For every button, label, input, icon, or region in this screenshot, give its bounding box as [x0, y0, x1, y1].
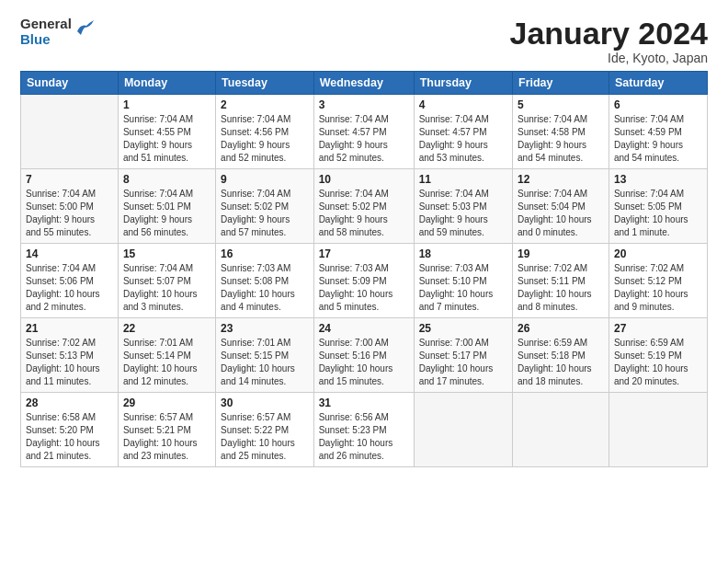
calendar-cell: 19Sunrise: 7:02 AM Sunset: 5:11 PM Dayli… [513, 244, 609, 318]
day-number: 3 [319, 98, 409, 111]
calendar-cell: 24Sunrise: 7:00 AM Sunset: 5:16 PM Dayli… [313, 318, 414, 393]
weekday-header-wednesday: Wednesday [313, 72, 414, 95]
day-number: 22 [123, 322, 210, 335]
weekday-header-saturday: Saturday [609, 72, 707, 95]
calendar-cell: 17Sunrise: 7:03 AM Sunset: 5:09 PM Dayli… [313, 244, 414, 318]
day-info: Sunrise: 7:01 AM Sunset: 5:14 PM Dayligh… [123, 337, 210, 388]
day-info: Sunrise: 7:02 AM Sunset: 5:13 PM Dayligh… [26, 337, 113, 388]
day-info: Sunrise: 6:59 AM Sunset: 5:18 PM Dayligh… [518, 337, 604, 388]
calendar-cell: 23Sunrise: 7:01 AM Sunset: 5:15 PM Dayli… [216, 318, 314, 393]
calendar-cell: 7Sunrise: 7:04 AM Sunset: 5:00 PM Daylig… [21, 169, 119, 244]
day-number: 17 [319, 247, 409, 260]
calendar-table: SundayMondayTuesdayWednesdayThursdayFrid… [20, 71, 708, 467]
day-number: 28 [26, 396, 113, 409]
day-info: Sunrise: 7:00 AM Sunset: 5:17 PM Dayligh… [419, 337, 507, 388]
day-number: 30 [221, 396, 309, 409]
day-info: Sunrise: 6:57 AM Sunset: 5:21 PM Dayligh… [123, 411, 210, 463]
calendar-cell: 21Sunrise: 7:02 AM Sunset: 5:13 PM Dayli… [21, 318, 119, 393]
day-number: 9 [221, 173, 309, 186]
day-number: 10 [319, 173, 409, 186]
calendar-cell: 4Sunrise: 7:04 AM Sunset: 4:57 PM Daylig… [414, 95, 512, 169]
day-number: 25 [419, 322, 507, 335]
calendar-cell: 26Sunrise: 6:59 AM Sunset: 5:18 PM Dayli… [513, 318, 609, 393]
calendar-cell: 1Sunrise: 7:04 AM Sunset: 4:55 PM Daylig… [118, 95, 215, 169]
day-number: 15 [123, 247, 210, 260]
calendar-cell: 5Sunrise: 7:04 AM Sunset: 4:58 PM Daylig… [513, 95, 609, 169]
day-number: 31 [319, 396, 409, 409]
day-info: Sunrise: 7:04 AM Sunset: 5:00 PM Dayligh… [26, 188, 113, 239]
day-number: 27 [614, 322, 702, 335]
calendar-cell: 8Sunrise: 7:04 AM Sunset: 5:01 PM Daylig… [118, 169, 215, 244]
day-info: Sunrise: 6:56 AM Sunset: 5:23 PM Dayligh… [319, 411, 409, 463]
day-info: Sunrise: 7:04 AM Sunset: 5:02 PM Dayligh… [319, 188, 409, 239]
calendar-cell: 3Sunrise: 7:04 AM Sunset: 4:57 PM Daylig… [313, 95, 414, 169]
day-number: 19 [518, 247, 604, 260]
calendar-cell: 30Sunrise: 6:57 AM Sunset: 5:22 PM Dayli… [216, 393, 314, 467]
calendar-week-row: 7Sunrise: 7:04 AM Sunset: 5:00 PM Daylig… [21, 169, 708, 244]
day-info: Sunrise: 6:59 AM Sunset: 5:19 PM Dayligh… [614, 337, 702, 388]
calendar-cell: 22Sunrise: 7:01 AM Sunset: 5:14 PM Dayli… [118, 318, 215, 393]
day-number: 6 [614, 98, 702, 111]
calendar-week-row: 21Sunrise: 7:02 AM Sunset: 5:13 PM Dayli… [21, 318, 708, 393]
day-info: Sunrise: 7:03 AM Sunset: 5:10 PM Dayligh… [419, 262, 507, 314]
calendar-cell: 28Sunrise: 6:58 AM Sunset: 5:20 PM Dayli… [21, 393, 119, 467]
day-number: 11 [419, 173, 507, 186]
day-info: Sunrise: 7:04 AM Sunset: 5:04 PM Dayligh… [518, 188, 604, 239]
month-title: January 2024 [510, 17, 709, 51]
day-info: Sunrise: 7:02 AM Sunset: 5:12 PM Dayligh… [614, 262, 702, 314]
calendar-week-row: 14Sunrise: 7:04 AM Sunset: 5:06 PM Dayli… [21, 244, 708, 318]
calendar-week-row: 28Sunrise: 6:58 AM Sunset: 5:20 PM Dayli… [21, 393, 708, 467]
logo-bird-icon [74, 18, 94, 39]
day-info: Sunrise: 7:03 AM Sunset: 5:08 PM Dayligh… [221, 262, 309, 314]
calendar-cell: 27Sunrise: 6:59 AM Sunset: 5:19 PM Dayli… [609, 318, 707, 393]
day-info: Sunrise: 7:04 AM Sunset: 4:57 PM Dayligh… [419, 113, 507, 165]
weekday-header-tuesday: Tuesday [216, 72, 314, 95]
calendar-cell: 29Sunrise: 6:57 AM Sunset: 5:21 PM Dayli… [118, 393, 215, 467]
calendar-cell [414, 393, 512, 467]
page: General Blue January 2024 Ide, Kyoto, Ja… [0, 0, 728, 563]
calendar-cell: 14Sunrise: 7:04 AM Sunset: 5:06 PM Dayli… [21, 244, 119, 318]
calendar-cell: 15Sunrise: 7:04 AM Sunset: 5:07 PM Dayli… [118, 244, 215, 318]
weekday-header-friday: Friday [513, 72, 609, 95]
calendar-cell: 2Sunrise: 7:04 AM Sunset: 4:56 PM Daylig… [216, 95, 314, 169]
day-number: 12 [518, 173, 604, 186]
calendar-cell: 25Sunrise: 7:00 AM Sunset: 5:17 PM Dayli… [414, 318, 512, 393]
subtitle: Ide, Kyoto, Japan [510, 51, 709, 65]
day-info: Sunrise: 7:04 AM Sunset: 5:03 PM Dayligh… [419, 188, 507, 239]
weekday-header-row: SundayMondayTuesdayWednesdayThursdayFrid… [21, 72, 708, 95]
day-number: 13 [614, 173, 702, 186]
day-info: Sunrise: 7:01 AM Sunset: 5:15 PM Dayligh… [221, 337, 309, 388]
day-info: Sunrise: 7:04 AM Sunset: 4:55 PM Dayligh… [123, 113, 210, 165]
day-number: 16 [221, 247, 309, 260]
calendar-cell: 18Sunrise: 7:03 AM Sunset: 5:10 PM Dayli… [414, 244, 512, 318]
weekday-header-thursday: Thursday [414, 72, 512, 95]
day-number: 5 [518, 98, 604, 111]
calendar-cell: 31Sunrise: 6:56 AM Sunset: 5:23 PM Dayli… [313, 393, 414, 467]
day-number: 14 [26, 247, 113, 260]
day-number: 20 [614, 247, 702, 260]
day-number: 2 [221, 98, 309, 111]
day-info: Sunrise: 6:58 AM Sunset: 5:20 PM Dayligh… [26, 411, 113, 463]
calendar-cell [513, 393, 609, 467]
calendar-cell: 10Sunrise: 7:04 AM Sunset: 5:02 PM Dayli… [313, 169, 414, 244]
logo: General Blue [20, 17, 94, 47]
weekday-header-sunday: Sunday [21, 72, 119, 95]
day-info: Sunrise: 7:03 AM Sunset: 5:09 PM Dayligh… [319, 262, 409, 314]
day-info: Sunrise: 7:04 AM Sunset: 4:58 PM Dayligh… [518, 113, 604, 165]
calendar-cell: 6Sunrise: 7:04 AM Sunset: 4:59 PM Daylig… [609, 95, 707, 169]
day-info: Sunrise: 7:04 AM Sunset: 5:01 PM Dayligh… [123, 188, 210, 239]
day-info: Sunrise: 7:04 AM Sunset: 4:56 PM Dayligh… [221, 113, 309, 165]
day-info: Sunrise: 7:02 AM Sunset: 5:11 PM Dayligh… [518, 262, 604, 314]
day-info: Sunrise: 7:04 AM Sunset: 5:02 PM Dayligh… [221, 188, 309, 239]
title-block: January 2024 Ide, Kyoto, Japan [510, 17, 709, 65]
day-number: 29 [123, 396, 210, 409]
day-info: Sunrise: 7:04 AM Sunset: 4:57 PM Dayligh… [319, 113, 409, 165]
day-number: 7 [26, 173, 113, 186]
day-info: Sunrise: 7:04 AM Sunset: 5:05 PM Dayligh… [614, 188, 702, 239]
calendar-cell: 9Sunrise: 7:04 AM Sunset: 5:02 PM Daylig… [216, 169, 314, 244]
header: General Blue January 2024 Ide, Kyoto, Ja… [20, 17, 708, 65]
logo-blue: Blue [20, 32, 72, 48]
calendar-cell: 11Sunrise: 7:04 AM Sunset: 5:03 PM Dayli… [414, 169, 512, 244]
day-number: 24 [319, 322, 409, 335]
day-number: 8 [123, 173, 210, 186]
